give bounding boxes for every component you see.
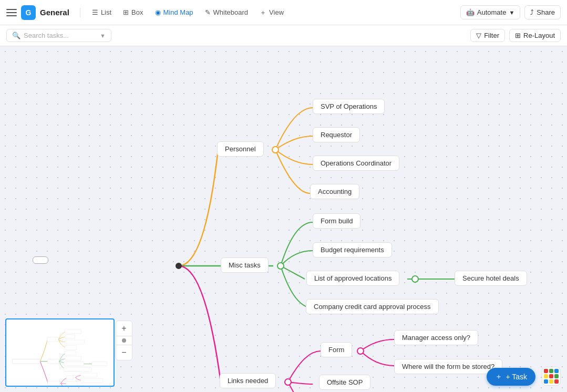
node-credit-card[interactable]: Company credit card approval process	[306, 299, 439, 314]
tab-view[interactable]: ＋ View	[254, 5, 289, 20]
header-right: 🤖 Automate ▼ ⤴ Share	[460, 5, 561, 19]
hamburger-button[interactable]	[6, 7, 17, 18]
grid-view-button[interactable]	[542, 367, 561, 386]
node-budget-req[interactable]: Budget requirements	[313, 242, 392, 257]
zoom-in-button[interactable]: +	[116, 321, 132, 336]
personnel-connector-dot	[272, 146, 279, 153]
search-box[interactable]: 🔍 Search tasks... ▼	[6, 29, 111, 42]
node-approved-loc[interactable]: List of approved locations	[306, 271, 399, 286]
node-misc-tasks[interactable]: Misc tasks	[221, 257, 269, 273]
svg-rect-11	[64, 367, 91, 372]
zoom-controls: + −	[116, 321, 132, 360]
svg-rect-12	[47, 381, 60, 385]
automate-chevron-icon: ▼	[509, 9, 514, 16]
automate-button[interactable]: 🤖 Automate ▼	[460, 5, 521, 19]
mindmap-icon: ◉	[155, 8, 161, 16]
toolbar: 🔍 Search tasks... ▼ ▽ Filter ⊞ Re-Layout	[0, 25, 567, 46]
node-form-build[interactable]: Form build	[313, 213, 360, 229]
node-form-stored[interactable]: Where will the form be stored?	[394, 359, 502, 374]
svg-rect-7	[65, 351, 76, 355]
minimap-svg	[6, 319, 114, 386]
svg-rect-0	[12, 359, 40, 363]
node-svp[interactable]: SVP of Operations	[313, 99, 385, 114]
share-icon: ⤴	[530, 8, 534, 16]
node-accounting[interactable]: Accounting	[310, 184, 359, 199]
svg-rect-3	[65, 335, 75, 339]
zoom-handle	[122, 338, 126, 343]
node-links-needed[interactable]: Links needed	[220, 373, 276, 388]
app-title: General	[40, 8, 69, 17]
node-offsite-sop[interactable]: Offsite SOP	[319, 375, 370, 390]
svg-rect-5	[65, 346, 77, 350]
svg-rect-14	[80, 373, 97, 377]
tab-mindmap[interactable]: ◉ Mind Map	[150, 5, 199, 19]
minimap	[5, 318, 115, 387]
automate-icon: 🤖	[466, 8, 475, 16]
view-plus-icon: ＋	[260, 8, 266, 17]
mindmap-canvas[interactable]: Personnel SVP of Operations Requestor Op…	[0, 46, 567, 392]
zoom-out-button[interactable]: −	[116, 345, 132, 360]
nav-tabs: ☰ List ⊞ Box ◉ Mind Map ✎ Whiteboard ＋ V…	[87, 5, 289, 20]
search-icon: 🔍	[12, 32, 20, 39]
share-button[interactable]: ⤴ Share	[524, 5, 561, 19]
relayout-icon: ⊞	[515, 32, 521, 39]
relayout-button[interactable]: ⊞ Re-Layout	[509, 29, 561, 42]
node-form[interactable]: Form	[321, 342, 352, 357]
list-icon: ☰	[92, 8, 98, 16]
root-connector-dot	[176, 263, 182, 269]
node-requestor[interactable]: Requestor	[313, 127, 360, 142]
node-manager-access[interactable]: Manager access only?	[394, 330, 478, 345]
task-fab-button[interactable]: ＋ + Task	[487, 368, 535, 386]
svg-rect-16	[66, 381, 77, 386]
filter-button[interactable]: ▽ Filter	[470, 29, 505, 42]
svg-rect-9	[64, 362, 84, 366]
svg-rect-13	[66, 375, 73, 379]
svg-rect-2	[65, 329, 81, 334]
svg-rect-15	[80, 378, 103, 383]
links-needed-connector-dot	[284, 378, 292, 386]
search-placeholder: Search tasks...	[24, 32, 97, 39]
svg-rect-4	[65, 340, 85, 344]
node-root[interactable]	[33, 256, 48, 264]
svg-rect-10	[92, 362, 107, 366]
approved-loc-connector-dot	[411, 275, 419, 283]
filter-icon: ▽	[476, 32, 481, 39]
task-plus-icon: ＋	[495, 372, 502, 381]
tab-list[interactable]: ☰ List	[87, 5, 117, 19]
misc-tasks-connector-dot	[277, 262, 284, 270]
node-hotel-deals[interactable]: Secure hotel deals	[455, 271, 527, 286]
header: G General ☰ List ⊞ Box ◉ Mind Map ✎ Whit…	[0, 0, 567, 25]
whiteboard-icon: ✎	[205, 8, 211, 16]
svg-rect-6	[47, 359, 58, 364]
svg-rect-8	[65, 356, 81, 360]
toolbar-right: ▽ Filter ⊞ Re-Layout	[470, 29, 561, 42]
grid-dots-icon	[544, 369, 559, 384]
svg-rect-1	[47, 337, 59, 342]
node-personnel[interactable]: Personnel	[217, 141, 264, 157]
node-ops-coord[interactable]: Operations Coordinator	[313, 156, 399, 171]
tab-box[interactable]: ⊞ Box	[118, 5, 148, 19]
app-logo: G	[21, 5, 36, 20]
form-connector-dot	[357, 347, 364, 355]
search-chevron-icon: ▼	[100, 33, 106, 39]
tab-whiteboard[interactable]: ✎ Whiteboard	[200, 5, 253, 19]
box-icon: ⊞	[123, 8, 129, 16]
